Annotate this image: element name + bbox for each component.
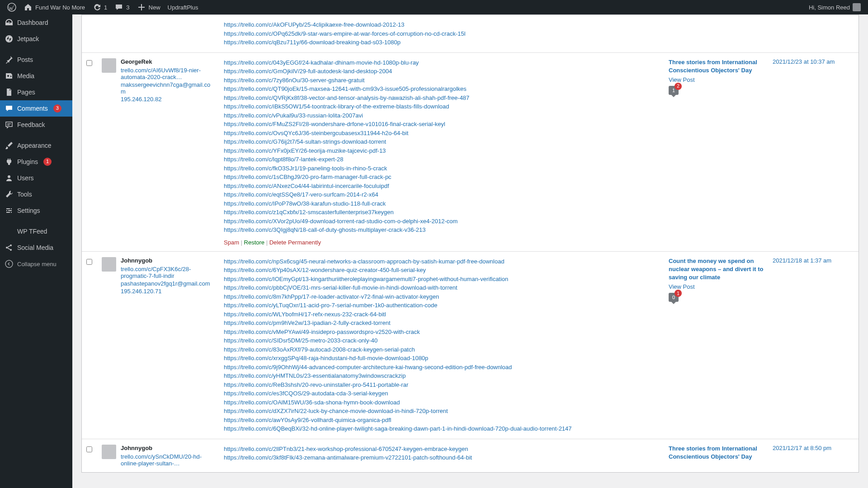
menu-jetpack[interactable]: Jetpack — [0, 31, 72, 47]
spam-action[interactable]: Spam — [224, 239, 239, 246]
spam-link[interactable]: https://trello.com/c/SIDsr5DM/25-metro-2… — [224, 336, 657, 345]
spam-link[interactable]: https://trello.com/c/OAlM15WU/36-sda-sho… — [224, 398, 657, 407]
menu-label: Social Media — [17, 244, 53, 251]
response-post-title[interactable]: Count the money we spend on nuclear weap… — [669, 257, 768, 282]
update-icon — [92, 3, 101, 12]
spam-link[interactable]: https://trello.com/c/OPq625dk/9-star-war… — [224, 29, 657, 38]
spam-link[interactable]: https://trello.com/c/dXZX7irN/22-luck-by… — [224, 407, 657, 416]
approved-count-bubble[interactable]: 12 — [669, 86, 679, 95]
spam-link[interactable]: https://trello.com/c/9j9OhhWj/44-advance… — [224, 363, 657, 372]
spam-link[interactable]: https://trello.com/c/IPoP78wO/38-karafun… — [224, 199, 657, 208]
author-name: Johnnygob — [121, 257, 152, 264]
menu-label: Appearance — [17, 142, 52, 149]
author-url[interactable]: trello.com/c/ySnCkDMU/20-hd-online-playe… — [121, 453, 214, 467]
spam-link[interactable]: https://trello.com/c/YFx0jxEY/26-teorija… — [224, 146, 657, 155]
plugin-icon — [5, 157, 14, 166]
menu-feedback[interactable]: Feedback — [0, 117, 72, 133]
updates-link[interactable]: 1 — [89, 0, 111, 14]
response-post-title[interactable]: Three stories from International Conscie… — [669, 445, 768, 461]
spam-link[interactable]: https://trello.com/c/awY0sAy9/26-vollhar… — [224, 416, 657, 425]
view-post-link[interactable]: View Post — [669, 76, 768, 83]
spam-link[interactable]: https://trello.com/c/IOEmyGpt/13-kingart… — [224, 275, 657, 284]
wp-logo[interactable] — [4, 0, 20, 14]
spam-link[interactable]: https://trello.com/c/6QBeqBXi/32-hd-onli… — [224, 424, 657, 433]
spam-link[interactable]: https://trello.com/c/7zy86nOu/30-server-… — [224, 76, 657, 85]
spam-link[interactable]: https://trello.com/c/AkOFUPyb/25-4clipik… — [224, 20, 657, 29]
spam-link[interactable]: https://trello.com/c/ANxezCo4/44-labirin… — [224, 182, 657, 191]
submitted-date[interactable]: 2021/12/18 at 1:37 am — [773, 257, 831, 264]
submitted-date[interactable]: 2021/12/23 at 10:37 am — [773, 58, 835, 65]
svg-point-1 — [5, 35, 13, 42]
author-email[interactable]: makssergeevichnn7cga@gmail.com — [121, 81, 214, 95]
select-comment-checkbox[interactable] — [86, 446, 92, 452]
spam-link[interactable]: https://trello.com/c/GmOjkilV/29-full-au… — [224, 67, 657, 76]
comments-link[interactable]: 3 — [111, 0, 133, 14]
spam-link[interactable]: https://trello.com/c/qBzu711y/66-downloa… — [224, 38, 657, 47]
menu-posts[interactable]: Posts — [0, 52, 72, 68]
spam-link[interactable]: https://trello.com/c/G76ij2t7/54-sultan-… — [224, 137, 657, 146]
menu-media[interactable]: Media — [0, 68, 72, 84]
approved-count-bubble[interactable]: 01 — [669, 293, 679, 302]
spam-link[interactable]: https://trello.com/c/yHMTNL0s/23-essenti… — [224, 371, 657, 380]
spam-link[interactable]: https://trello.com/c/QT90joEk/15-maxsea-… — [224, 84, 657, 94]
spam-link[interactable]: https://trello.com/c/pm9hVe2w/13-ipadian… — [224, 319, 657, 328]
delete-action[interactable]: Delete Permanently — [269, 239, 321, 246]
spam-link[interactable]: https://trello.com/c/6Yp40sAX/12-wonders… — [224, 266, 657, 275]
spam-link[interactable]: https://trello.com/c/yLTuqOxr/11-acid-pr… — [224, 301, 657, 310]
spam-link[interactable]: https://trello.com/c/XVor2pUo/49-downloa… — [224, 217, 657, 226]
spam-link[interactable]: https://trello.com/c/3kf8tFIk/43-zemana-… — [224, 453, 657, 462]
author-url[interactable]: trello.com/c/CpFX3K6c/28-progmatic-7-ful… — [121, 266, 214, 279]
menu-pages[interactable]: Pages — [0, 84, 72, 100]
author-avatar — [102, 257, 116, 272]
row-actions: Spam | Restore | Delete Permanently — [224, 239, 657, 246]
menu-appearance[interactable]: Appearance — [0, 137, 72, 154]
view-post-link[interactable]: View Post — [669, 283, 768, 290]
author-url[interactable]: trello.com/c/AI6UvWf8/19-nier-automata-2… — [121, 67, 214, 80]
spam-link[interactable]: https://trello.com/c/WLYbofmH/17-refx-ne… — [224, 310, 657, 319]
response-post-title[interactable]: Three stories from International Conscie… — [669, 58, 768, 75]
spam-link[interactable]: https://trello.com/c/8m7khPpp/17-re-load… — [224, 292, 657, 301]
spam-link[interactable]: https://trello.com/c/vMePYAwi/49-insidep… — [224, 328, 657, 337]
site-name-link[interactable]: Fund War No More — [20, 0, 89, 14]
menu-social[interactable]: Social Media — [0, 239, 72, 256]
menu-tools[interactable]: Tools — [0, 186, 72, 202]
spam-link[interactable]: https://trello.com/c/z1qCxbfx/12-smscast… — [224, 208, 657, 217]
comments-list: https://trello.com/c/AkOFUPyb/25-4clipik… — [81, 14, 859, 473]
spam-link[interactable]: https://trello.com/c/es3fCQOS/29-autodat… — [224, 389, 657, 398]
author-ip[interactable]: 195.246.120.71 — [121, 288, 214, 295]
spam-link[interactable]: https://trello.com/c/ReB3shsh/20-revo-un… — [224, 380, 657, 389]
spam-link[interactable]: https://trello.com/c/lqpt8f8o/7-lantek-e… — [224, 155, 657, 164]
author-ip[interactable]: 195.246.120.82 — [121, 96, 214, 103]
spam-link[interactable]: https://trello.com/c/pbbCjVOE/31-mrs-ser… — [224, 283, 657, 292]
updraft-link[interactable]: UpdraftPlus — [164, 0, 202, 14]
author-email[interactable]: pashastepanov2fgq1r@gmail.com — [121, 280, 214, 287]
menu-plugins[interactable]: Plugins1 — [0, 154, 72, 170]
spam-link[interactable]: https://trello.com/c/1sCBhgJ9/20-pro-far… — [224, 173, 657, 182]
submitted-date[interactable]: 2021/12/17 at 8:50 pm — [773, 445, 831, 451]
collapse-menu[interactable]: Collapse menu — [0, 256, 72, 272]
menu-users[interactable]: Users — [0, 170, 72, 186]
spam-link[interactable]: https://trello.com/c/043yEGGf/24-kadhala… — [224, 58, 657, 67]
account-link[interactable]: Hi, Simon Reed — [805, 0, 864, 14]
spam-link[interactable]: https://trello.com/c/vPukal9u/33-russian… — [224, 111, 657, 120]
new-content-link[interactable]: New — [133, 0, 164, 14]
spam-link[interactable]: https://trello.com/c/OvsQYc6J/36-steinbe… — [224, 129, 657, 138]
spam-link[interactable]: https://trello.com/c/FMuZS2FI/28-wonders… — [224, 120, 657, 129]
author-avatar — [102, 445, 116, 459]
select-comment-checkbox[interactable] — [86, 60, 92, 66]
menu-wptfeed[interactable]: WP TFeed — [0, 223, 72, 239]
spam-link[interactable]: https://trello.com/c/QVRjKx8f/38-vector-… — [224, 94, 657, 103]
select-comment-checkbox[interactable] — [86, 259, 92, 265]
spam-link[interactable]: https://trello.com/c/iBkS5OW1/54-toontra… — [224, 102, 657, 111]
menu-dashboard[interactable]: Dashboard — [0, 14, 72, 31]
spam-link[interactable]: https://trello.com/c/npSx6csg/45-neural-… — [224, 257, 657, 266]
menu-comments[interactable]: Comments3 — [0, 100, 72, 117]
spam-link[interactable]: https://trello.com/c/3QIgj8qN/18-call-of… — [224, 225, 657, 235]
spam-link[interactable]: https://trello.com/c/83oAxRXf/79-autocad… — [224, 345, 657, 354]
restore-action[interactable]: Restore — [244, 239, 265, 246]
spam-link[interactable]: https://trello.com/c/xrxggSPq/48-raja-hi… — [224, 354, 657, 363]
spam-link[interactable]: https://trello.com/c/fkO3SJr1/19-panelin… — [224, 164, 657, 173]
spam-link[interactable]: https://trello.com/c/eqtSSQe8/17-vero-su… — [224, 190, 657, 199]
menu-settings[interactable]: Settings — [0, 202, 72, 219]
spam-link[interactable]: https://trello.com/c/2llPTnb3/21-hex-wor… — [224, 445, 657, 454]
